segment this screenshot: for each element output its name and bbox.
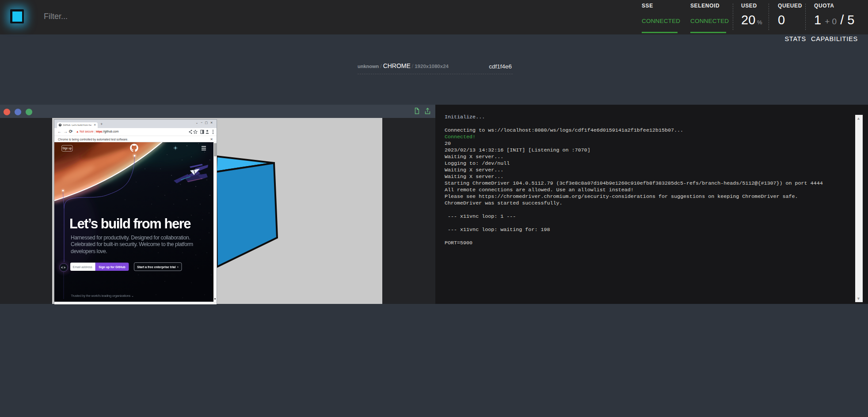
- svg-text:Celebrated for built-in securi: Celebrated for built-in security. Welcom…: [71, 241, 193, 247]
- svg-text:<>: <>: [61, 266, 66, 269]
- svg-text:Sign up: Sign up: [62, 147, 72, 150]
- svg-text:developers love.: developers love.: [71, 248, 107, 254]
- svg-text:Let’s build from here: Let’s build from here: [69, 216, 191, 231]
- svg-text:Harnessed for productivity. De: Harnessed for productivity. Designed for…: [71, 235, 190, 241]
- svg-text:Email address: Email address: [73, 265, 93, 269]
- svg-text:Trusted by the world’s leading: Trusted by the world’s leading organizat…: [71, 294, 134, 298]
- svg-text:Start a free enterprise trial: Start a free enterprise trial ›: [137, 265, 179, 269]
- svg-text:Sign up for GitHub: Sign up for GitHub: [99, 265, 125, 269]
